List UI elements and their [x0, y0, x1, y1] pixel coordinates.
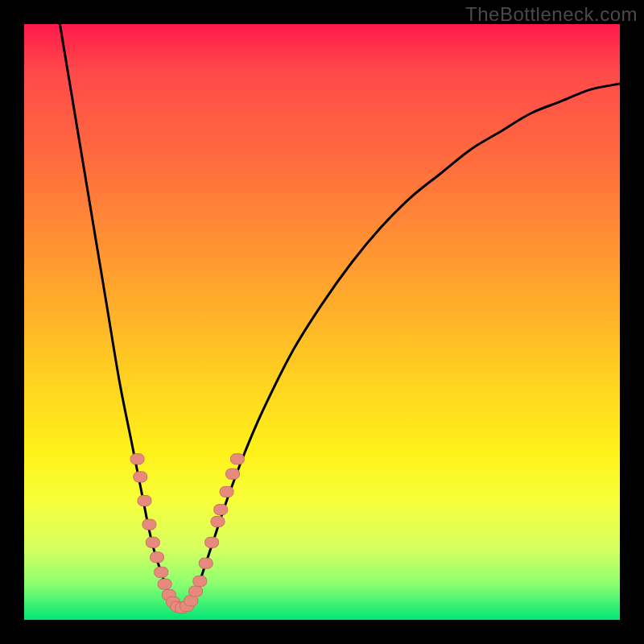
data-marker — [193, 576, 207, 586]
data-marker — [142, 519, 156, 530]
data-marker — [184, 596, 198, 606]
data-marker — [220, 486, 233, 497]
data-marker — [226, 469, 240, 479]
data-marker — [211, 516, 225, 526]
plot-area — [24, 24, 620, 620]
data-marker — [134, 472, 147, 482]
data-marker — [155, 567, 168, 577]
data-marker — [205, 537, 219, 547]
data-marker — [130, 454, 144, 464]
data-marker — [199, 558, 213, 568]
outer-frame: TheBottleneck.com — [0, 0, 644, 644]
watermark-text: TheBottleneck.com — [465, 3, 638, 26]
data-marker — [138, 496, 151, 506]
data-marker — [158, 579, 171, 589]
data-marker — [189, 586, 203, 597]
chart-svg — [24, 24, 620, 620]
data-marker — [214, 505, 228, 515]
data-marker — [151, 552, 164, 563]
marker-layer — [130, 454, 244, 613]
data-marker — [146, 537, 159, 547]
data-marker — [230, 454, 244, 464]
